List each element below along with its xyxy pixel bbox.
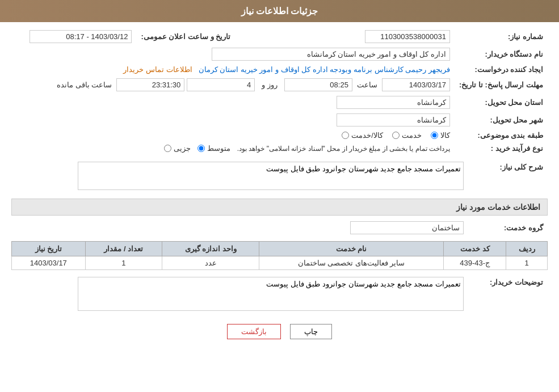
mohlat-saat-box: 08:25 — [284, 78, 352, 91]
print-button[interactable]: چاپ — [290, 324, 332, 339]
ijadKonande-link[interactable]: فریجهر رحیمی کارشناس برنامه وبودجه اداره… — [199, 65, 450, 74]
row-sharh: شرح کلی نیاز: — [11, 159, 548, 194]
saat-baqi-label: ساعت باقی مانده — [57, 81, 112, 89]
info-table: شماره نیاز: 1103003538000031 تاریخ و ساع… — [11, 28, 548, 155]
namDastgah-label: نام دستگاه خریدار: — [455, 45, 548, 63]
shahr-label: شهر محل تحویل: — [455, 111, 548, 129]
namDastgah-value: اداره کل اوقاف و امور خیریه استان کرمانش… — [11, 45, 455, 63]
row-namDastgah: نام دستگاه خریدار: اداره کل اوقاف و امور… — [11, 45, 548, 63]
col-tedad: تعداد / مقدار — [85, 242, 162, 256]
mohlat-roz-box: 4 — [187, 78, 255, 91]
mohlat-saat-label: ساعت — [357, 81, 377, 89]
row-shahr: شهر محل تحویل: کرمانشاه — [11, 111, 548, 129]
main-content: شماره نیاز: 1103003538000031 تاریخ و ساع… — [0, 22, 559, 354]
tabaqe-kala: کالا — [431, 131, 450, 140]
page-header: جزئیات اطلاعات نیاز — [0, 0, 559, 22]
tabaqe-kala-label: کالا — [440, 131, 450, 140]
row-ostan: استان محل تحویل: کرمانشاه — [11, 94, 548, 111]
etelaatTamas-link[interactable]: اطلاعات تماس خریدار — [123, 65, 192, 74]
service-table: ردیف کد خدمت نام خدمت واحد اندازه گیری ت… — [11, 241, 548, 270]
row-mohlat: مهلت ارسال پاسخ: تا تاریخ: 1403/03/17 سا… — [11, 76, 548, 94]
tabaqe-kala-radio[interactable] — [431, 132, 438, 139]
row-ijadKonande: ایجاد کننده درخواست: فریجهر رحیمی کارشنا… — [11, 63, 548, 76]
noeFarayand-label: نوع فرآیند خرید : — [455, 142, 548, 155]
noeFarayand-motavas-label: متوسط — [207, 144, 230, 153]
service-table-header-row: ردیف کد خدمت نام خدمت واحد اندازه گیری ت… — [12, 242, 548, 256]
grouh-label: گروه خدمت: — [468, 219, 548, 237]
row-tabaqe: طبقه بندی موضوعی: کالا خدمت کالا/خدمت — [11, 129, 548, 142]
khadamat-section-title: اطلاعات خدمات مورد نیاز — [11, 199, 548, 216]
sharh-table: شرح کلی نیاز: — [11, 159, 548, 194]
ostan-box: کرمانشاه — [337, 96, 450, 109]
service-table-body: 1ج-43-439سایر فعالیت‌های تخصصی ساختمانعد… — [12, 256, 548, 270]
tabaqe-khadamat-label: خدمت — [402, 131, 422, 140]
sharh-label: شرح کلی نیاز: — [468, 159, 548, 194]
noeFarayand-radio-group: پرداخت تمام یا بخشی از مبلغ خریدار از مح… — [16, 144, 450, 153]
mohlat-datetime: 1403/03/17 ساعت 08:25 روز و 4 23:31:30 س… — [16, 78, 450, 91]
page-container: جزئیات اطلاعات نیاز شماره نیاز: 11030035… — [0, 0, 559, 392]
tarikh-value: 1403/03/12 - 08:17 — [11, 28, 136, 45]
namDastgah-box: اداره کل اوقاف و امور خیریه استان کرمانش… — [212, 48, 450, 61]
buttons-row: چاپ بازگشت — [11, 324, 548, 339]
description-label: توضیحات خریدار: — [468, 275, 548, 315]
table-cell-tarikhNiaz: 1403/03/17 — [12, 256, 86, 270]
noeFarayand-value: پرداخت تمام یا بخشی از مبلغ خریدار از مح… — [11, 142, 455, 155]
tabaqe-options: کالا خدمت کالا/خدمت — [11, 129, 455, 142]
shahr-value: کرمانشاه — [11, 111, 455, 129]
grouh-table: گروه خدمت: ساختمان — [11, 219, 548, 237]
shomareNiaz-label: شماره نیاز: — [455, 28, 548, 45]
col-tarikh: تاریخ نیاز — [12, 242, 86, 256]
mohlat-label: مهلت ارسال پاسخ: تا تاریخ: — [455, 76, 548, 94]
back-button[interactable]: بازگشت — [227, 324, 281, 339]
tabaqe-radio-group: کالا خدمت کالا/خدمت — [16, 131, 450, 140]
tarikh-box: 1403/03/12 - 08:17 — [30, 30, 132, 43]
tarikh-label: تاریخ و ساعت اعلان عمومی: — [136, 28, 235, 45]
noeFarayand-note: پرداخت تمام یا بخشی از مبلغ خریدار از مح… — [237, 145, 450, 153]
col-nam: نام خدمت — [259, 242, 444, 256]
ijadKonande-value: فریجهر رحیمی کارشناس برنامه وبودجه اداره… — [11, 63, 455, 76]
mohlat-roz-label: روز و — [262, 81, 278, 89]
noeFarayand-motavas-radio[interactable] — [197, 145, 205, 152]
mohlat-value: 1403/03/17 ساعت 08:25 روز و 4 23:31:30 س… — [11, 76, 455, 94]
service-table-header: ردیف کد خدمت نام خدمت واحد اندازه گیری ت… — [12, 242, 548, 256]
sharh-value — [11, 159, 468, 194]
grouh-box: ساختمان — [350, 221, 464, 234]
tabaqe-kala-khadamat: کالا/خدمت — [342, 131, 383, 140]
shomareNiaz-value: 1103003538000031 — [348, 28, 455, 45]
table-cell-radif: 1 — [506, 256, 548, 270]
sharh-textarea[interactable] — [78, 162, 464, 190]
noeFarayand-jozi-radio[interactable] — [164, 145, 171, 152]
col-radif: ردیف — [506, 242, 548, 256]
tabaqe-khadamat: خدمت — [392, 131, 422, 140]
noeFarayand-motavas: متوسط — [197, 144, 230, 153]
tabaqe-khadamat-radio[interactable] — [392, 132, 400, 139]
col-kod: کد خدمت — [444, 242, 506, 256]
ostan-value: کرمانشاه — [11, 94, 455, 111]
noeFarayand-jozi-label: جزیی — [174, 144, 191, 153]
row-description: توضیحات خریدار: — [11, 275, 548, 315]
ijadKonande-label: ایجاد کننده درخواست: — [455, 63, 548, 76]
description-textarea[interactable] — [78, 277, 464, 311]
table-cell-vahedAndaze: عدد — [162, 256, 259, 270]
ostan-label: استان محل تحویل: — [455, 94, 548, 111]
table-row: 1ج-43-439سایر فعالیت‌های تخصصی ساختمانعد… — [12, 256, 548, 270]
mohlat-date-box: 1403/03/17 — [382, 78, 450, 91]
mohlat-mande-box: 23:31:30 — [116, 78, 184, 91]
header-title: جزئیات اطلاعات نیاز — [241, 6, 318, 16]
row-noeFarayand: نوع فرآیند خرید : پرداخت تمام یا بخشی از… — [11, 142, 548, 155]
row-grouh: گروه خدمت: ساختمان — [11, 219, 548, 237]
grouh-value: ساختمان — [11, 219, 468, 237]
description-table: توضیحات خریدار: — [11, 275, 548, 315]
description-value — [11, 275, 468, 315]
shomareNiaz-box: 1103003538000031 — [365, 30, 450, 43]
tabaqe-kala-khadamat-label: کالا/خدمت — [351, 131, 383, 140]
shahr-box: کرمانشاه — [337, 113, 450, 127]
table-cell-namKhadamat: سایر فعالیت‌های تخصصی ساختمان — [259, 256, 444, 270]
col-vahed: واحد اندازه گیری — [162, 242, 259, 256]
table-cell-tedadMeghdar: 1 — [85, 256, 162, 270]
noeFarayand-jozi: جزیی — [164, 144, 191, 153]
table-cell-kodKhadamat: ج-43-439 — [444, 256, 506, 270]
tabaqe-label: طبقه بندی موضوعی: — [455, 129, 548, 142]
row-shomareNiaz: شماره نیاز: 1103003538000031 تاریخ و ساع… — [11, 28, 548, 45]
tabaqe-kala-khadamat-radio[interactable] — [342, 132, 349, 139]
